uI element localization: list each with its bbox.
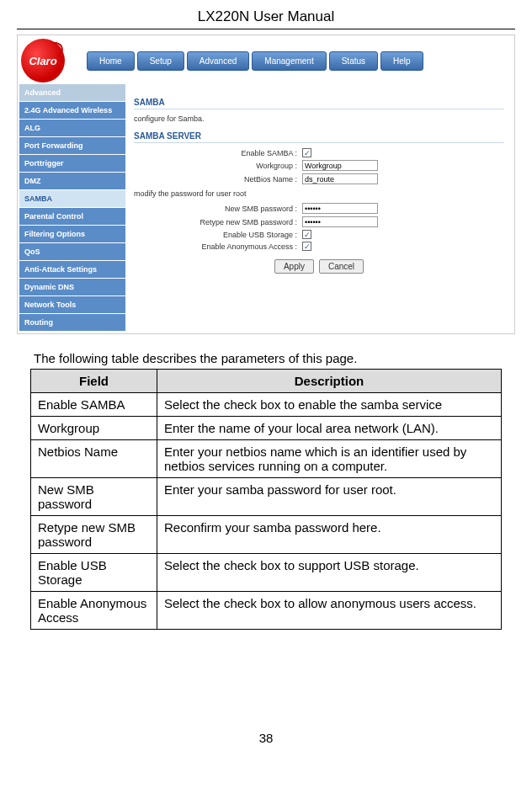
sidebar-item-routing[interactable]: Routing [19,314,125,332]
sidebar-header: Advanced [19,84,125,102]
th-desc: Description [157,370,502,393]
cancel-button[interactable]: Cancel [319,259,364,274]
sidebar-item-porttrigger[interactable]: Porttrigger [19,155,125,173]
checkbox-enable-anon[interactable]: ✓ [302,242,311,251]
sidebar-item-samba[interactable]: SAMBA [19,190,125,208]
nav-help[interactable]: Help [380,51,423,71]
nav-status[interactable]: Status [329,51,378,71]
sidebar-item-nettools[interactable]: Network Tools [19,296,125,314]
page-title: LX220N User Manual [17,8,515,29]
table-row: WorkgroupEnter the name of your local ar… [31,417,502,440]
claro-logo: Claro [21,39,65,82]
nav-home[interactable]: Home [87,51,135,71]
sidebar-item-parental[interactable]: Parental Control [19,208,125,226]
page-number: 38 [17,731,515,745]
sidebar-item-qos[interactable]: QoS [19,243,125,261]
parameters-table: Field Description Enable SAMBASelect the… [30,369,502,630]
sidebar-item-wireless[interactable]: 2.4G Advanced Wireless [19,102,125,120]
router-screenshot: Claro Home Setup Advanced Management Sta… [17,35,515,334]
section-samba-server: SAMBA SERVER [134,131,504,143]
th-field: Field [31,370,157,393]
table-row: Retype new SMB passwordReconfirm your sa… [31,516,502,554]
input-netbios[interactable] [302,173,378,184]
table-row: Enable Anonymous AccessSelect the check … [31,592,502,630]
label-enable-samba: Enable SAMBA : [134,149,302,157]
sidebar-item-portfwd[interactable]: Port Forwarding [19,137,125,155]
input-newpw[interactable] [302,203,378,214]
nav-advanced[interactable]: Advanced [187,51,249,71]
sidebar-item-filtering[interactable]: Filtering Options [19,226,125,243]
label-enable-anon: Enable Anonymous Access : [134,242,302,251]
label-netbios: NetBios Name : [134,175,302,184]
sidebar-item-ddns[interactable]: Dynamic DNS [19,279,125,296]
label-newpw: New SMB password : [134,205,302,213]
input-retypepw[interactable] [302,216,378,227]
content-pane: SAMBA configure for Samba. SAMBA SERVER … [125,84,513,332]
sidebar-item-antiattack[interactable]: Anti-Attack Settings [19,261,125,279]
table-row: Enable USB StorageSelect the check box t… [31,554,502,592]
label-retypepw: Retype new SMB password : [134,218,302,226]
checkbox-enable-samba[interactable]: ✓ [302,148,311,157]
sidebar-item-alg[interactable]: ALG [19,120,125,137]
nav-setup[interactable]: Setup [137,51,184,71]
table-row: New SMB passwordEnter your samba passwor… [31,478,502,516]
label-enable-usb: Enable USB Storage : [134,231,302,239]
apply-button[interactable]: Apply [274,259,314,274]
checkbox-enable-usb[interactable]: ✓ [302,230,311,239]
table-row: Netbios NameEnter your netbios name whic… [31,440,502,478]
input-workgroup[interactable] [302,160,378,171]
section-samba: SAMBA [134,98,504,109]
table-row: Enable SAMBASelect the check box to enab… [31,393,502,417]
table-intro: The following table describes the parame… [34,351,515,365]
top-nav: Home Setup Advanced Management Status He… [87,51,423,71]
nav-management[interactable]: Management [252,51,326,71]
modify-note: modify the password for user root [134,189,504,198]
sidebar-item-dmz[interactable]: DMZ [19,173,125,190]
sidebar: Advanced 2.4G Advanced Wireless ALG Port… [19,84,125,332]
label-workgroup: Workgroup : [134,162,302,170]
samba-desc: configure for Samba. [134,114,504,123]
